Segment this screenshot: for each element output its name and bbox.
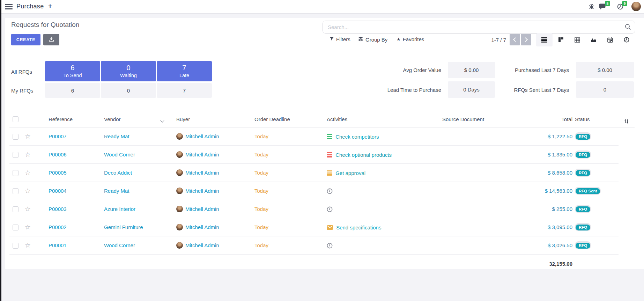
favorite-star-icon[interactable]: ☆ — [25, 187, 31, 194]
graph-view-button[interactable] — [585, 33, 602, 46]
row-checkbox[interactable] — [13, 170, 18, 176]
table-row[interactable]: ☆ P00001 Wood Corner Mitchell Admin Toda… — [9, 236, 635, 255]
row-checkbox[interactable] — [13, 188, 18, 194]
my-to-send[interactable]: 6 — [45, 83, 100, 98]
total-amount: $ 1,222.50 — [548, 133, 572, 139]
reference-link[interactable]: P00005 — [49, 170, 67, 176]
table-row[interactable]: ☆ P00006 Wood Corner Mitchell Admin Toda… — [9, 146, 635, 164]
activities-badge: 9 — [622, 1, 627, 6]
row-checkbox[interactable] — [13, 225, 18, 230]
favorite-star-icon[interactable]: ☆ — [25, 242, 31, 249]
group-by-button[interactable]: Group By — [358, 36, 387, 43]
clock-activity-icon[interactable] — [327, 243, 333, 249]
favorite-star-icon[interactable]: ☆ — [25, 151, 31, 158]
status-badge: RFQ — [575, 223, 591, 231]
header-activities[interactable]: Activities — [319, 111, 435, 127]
activity-label[interactable]: Check optional products — [335, 152, 392, 158]
status-badge: RFQ Sent — [575, 187, 601, 195]
kpi-waiting[interactable]: 0 Waiting — [101, 61, 156, 81]
header-order-deadline[interactable]: Order Deadline — [247, 111, 319, 127]
table-row[interactable]: ☆ P00002 Gemini Furniture Mitchell Admin… — [9, 218, 635, 236]
header-vendor[interactable]: Vendor — [96, 111, 168, 127]
table-row[interactable]: ☆ P00005 Deco Addict Mitchell Admin Toda… — [9, 164, 635, 182]
favorite-star-icon[interactable]: ☆ — [25, 169, 31, 176]
search-input[interactable] — [323, 21, 635, 33]
table-row[interactable]: ☆ P00004 Ready Mat Mitchell Admin Today … — [9, 182, 635, 200]
reference-link[interactable]: P00007 — [49, 133, 67, 139]
table-row[interactable]: ☆ P00007 Ready Mat Mitchell Admin Today … — [9, 127, 635, 146]
header-reference[interactable]: Reference — [39, 111, 96, 127]
menu-icon[interactable] — [5, 4, 13, 9]
reference-link[interactable]: P00006 — [49, 152, 67, 157]
app-name[interactable]: Purchase — [16, 3, 44, 10]
row-checkbox[interactable] — [13, 243, 18, 249]
activity-label[interactable]: Check competitors — [335, 134, 379, 140]
bug-icon[interactable] — [589, 4, 594, 11]
buyer-link[interactable]: Mitchell Admin — [185, 224, 219, 230]
vendor-link[interactable]: Gemini Furniture — [104, 224, 143, 230]
tasks-activity-icon[interactable] — [327, 152, 332, 157]
pager-next-button[interactable] — [521, 34, 531, 45]
activity-label[interactable]: Send specifications — [336, 225, 381, 230]
search-icon[interactable] — [625, 24, 631, 31]
create-button[interactable]: CREATE — [11, 34, 40, 45]
pager-previous-button[interactable] — [510, 34, 520, 45]
optional-columns-icon[interactable] — [624, 119, 629, 125]
vendor-link[interactable]: Ready Mat — [104, 188, 129, 194]
list-view-button[interactable] — [536, 33, 553, 46]
total-amount: $ 1,335.00 — [548, 152, 572, 157]
vendor-link[interactable]: Ready Mat — [104, 133, 129, 139]
add-tab-button[interactable]: + — [48, 2, 52, 10]
row-checkbox[interactable] — [13, 152, 18, 158]
user-avatar[interactable] — [631, 2, 641, 11]
clock-activity-icon[interactable] — [327, 188, 333, 194]
clock-activity-icon[interactable] — [327, 206, 333, 212]
header-source-document[interactable]: Source Document — [435, 111, 516, 127]
favorite-star-icon[interactable]: ☆ — [25, 205, 31, 213]
pivot-view-button[interactable] — [569, 33, 585, 46]
buyer-link[interactable]: Mitchell Admin — [185, 133, 219, 139]
vendor-link[interactable]: Azure Interior — [104, 206, 135, 212]
rfqs-sent-label: RFQs Sent Last 7 Days — [478, 87, 569, 93]
buyer-link[interactable]: Mitchell Admin — [185, 170, 219, 176]
buyer-avatar — [176, 151, 183, 158]
reference-link[interactable]: P00004 — [49, 188, 67, 194]
favorite-star-icon[interactable]: ☆ — [25, 133, 31, 140]
page-title: Requests for Quotation — [11, 21, 79, 29]
mail-activity-icon[interactable] — [327, 225, 333, 230]
chevron-right-icon — [523, 37, 528, 42]
vendor-link[interactable]: Wood Corner — [104, 242, 135, 248]
favorites-button[interactable]: ★ Favorites — [397, 36, 424, 42]
buyer-link[interactable]: Mitchell Admin — [185, 242, 219, 248]
kanban-view-button[interactable] — [553, 33, 569, 46]
table-row[interactable]: ☆ P00003 Azure Interior Mitchell Admin T… — [9, 200, 635, 218]
activity-view-button[interactable] — [618, 33, 635, 46]
reference-link[interactable]: P00003 — [49, 206, 67, 212]
header-buyer[interactable]: Buyer — [168, 111, 247, 127]
filters-button[interactable]: Filters — [330, 36, 350, 42]
buyer-link[interactable]: Mitchell Admin — [185, 188, 219, 194]
row-checkbox[interactable] — [13, 206, 18, 212]
header-status[interactable]: Status — [574, 111, 619, 127]
tasks-activity-icon[interactable] — [327, 170, 332, 176]
export-button[interactable] — [43, 34, 59, 45]
buyer-link[interactable]: Mitchell Admin — [185, 206, 219, 212]
total-amount: $ 3,095.00 — [548, 224, 572, 230]
total-amount: $ 3,026.50 — [548, 242, 572, 248]
row-checkbox[interactable] — [13, 134, 18, 140]
kpi-to-send[interactable]: 6 To Send — [45, 61, 100, 81]
buyer-link[interactable]: Mitchell Admin — [185, 152, 219, 157]
kpi-late[interactable]: 7 Late — [157, 61, 212, 81]
vendor-link[interactable]: Wood Corner — [104, 152, 135, 157]
calendar-view-button[interactable] — [602, 33, 618, 46]
my-waiting[interactable]: 0 — [101, 83, 156, 98]
vendor-link[interactable]: Deco Addict — [104, 170, 132, 176]
header-total[interactable]: Total — [516, 111, 574, 127]
activity-label[interactable]: Get approval — [335, 170, 365, 176]
reference-link[interactable]: P00002 — [49, 224, 67, 230]
select-all-checkbox[interactable] — [13, 116, 18, 122]
reference-link[interactable]: P00001 — [49, 242, 67, 248]
my-late[interactable]: 7 — [157, 83, 212, 98]
favorite-star-icon[interactable]: ☆ — [25, 223, 31, 231]
tasks-activity-icon[interactable] — [327, 134, 332, 139]
